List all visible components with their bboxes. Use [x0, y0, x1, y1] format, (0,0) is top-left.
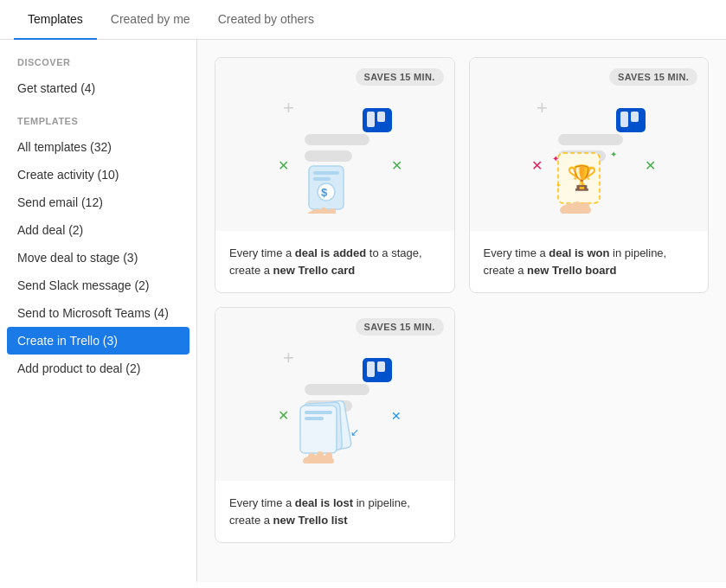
svg-text:↙: ↙ [350, 426, 359, 438]
saves-badge-3: SAVES 15 MIN. [356, 318, 444, 336]
saves-badge-1: SAVES 15 MIN. [356, 68, 444, 86]
sidebar-item-send-teams[interactable]: Send to Microsoft Teams (4) [0, 299, 196, 327]
svg-rect-28 [565, 203, 572, 214]
svg-text:✕: ✕ [391, 158, 402, 173]
tab-created-by-me[interactable]: Created by me [97, 0, 204, 40]
svg-text:+: + [536, 97, 548, 118]
deal-added-svg: + ✕ ✕ [257, 75, 413, 214]
svg-rect-48 [308, 453, 315, 463]
svg-rect-22 [631, 112, 639, 122]
card-deal-added[interactable]: SAVES 15 MIN. + ✕ ✕ [215, 57, 455, 293]
sidebar-item-send-email[interactable]: Send email (12) [0, 189, 196, 216]
sidebar-item-create-in-trello[interactable]: Create in Trello (3) [7, 327, 190, 355]
sidebar-item-get-started[interactable]: Get started (4) [0, 74, 196, 102]
svg-text:+: + [283, 97, 294, 118]
card-deal-lost-text: Every time a deal is lost in pipeline, c… [215, 481, 454, 542]
tab-templates[interactable]: Templates [14, 0, 97, 40]
svg-text:✕: ✕ [278, 158, 289, 173]
svg-rect-1 [305, 134, 369, 145]
svg-rect-10 [313, 177, 331, 181]
svg-rect-35 [305, 384, 369, 395]
svg-rect-9 [313, 171, 339, 175]
svg-rect-5 [377, 112, 385, 122]
card-deal-won[interactable]: SAVES 15 MIN. + ✕ ✕ [469, 57, 710, 293]
svg-rect-18 [558, 134, 623, 145]
sidebar-item-add-deal[interactable]: Add deal (2) [0, 216, 196, 244]
svg-rect-2 [305, 150, 352, 162]
svg-text:$: $ [321, 186, 328, 199]
cards-grid: SAVES 15 MIN. + ✕ ✕ [215, 57, 709, 543]
sidebar-item-add-product[interactable]: Add product to deal (2) [0, 355, 196, 382]
sidebar-item-all-templates[interactable]: All templates (32) [0, 133, 196, 161]
svg-rect-21 [620, 112, 628, 127]
svg-rect-50 [325, 452, 332, 463]
svg-rect-45 [305, 411, 332, 414]
svg-rect-39 [377, 361, 385, 372]
card-deal-won-illustration: SAVES 15 MIN. + ✕ ✕ [470, 58, 709, 231]
svg-text:✦: ✦ [552, 154, 559, 163]
tab-created-by-others[interactable]: Created by others [204, 0, 328, 40]
main-content: SAVES 15 MIN. + ✕ ✕ [197, 40, 726, 582]
sidebar-item-move-deal-to-stage[interactable]: Move deal to stage (3) [0, 244, 196, 272]
sidebar: DISCOVER Get started (4) TEMPLATES All t… [0, 40, 197, 582]
card-deal-added-text: Every time a deal is added to a stage, c… [215, 231, 454, 292]
sidebar-templates-label: TEMPLATES [0, 116, 196, 133]
sidebar-item-send-slack[interactable]: Send Slack message (2) [0, 272, 196, 299]
sidebar-discover-label: DISCOVER [0, 57, 196, 74]
card-deal-lost-illustration: SAVES 15 MIN. + ✕ ✕ [215, 308, 454, 481]
svg-text:✕: ✕ [531, 158, 543, 173]
svg-text:✕: ✕ [391, 409, 402, 423]
svg-rect-49 [317, 451, 324, 463]
svg-rect-4 [367, 112, 375, 127]
deal-won-svg: + ✕ ✕ 🏆 [511, 75, 666, 214]
tabs-bar: Templates Created by me Created by other… [0, 0, 726, 40]
svg-text:✕: ✕ [645, 158, 656, 173]
saves-badge-2: SAVES 15 MIN. [609, 68, 697, 86]
svg-rect-38 [367, 361, 375, 377]
svg-text:+: + [283, 347, 294, 368]
card-deal-lost[interactable]: SAVES 15 MIN. + ✕ ✕ [215, 307, 455, 543]
svg-text:✦: ✦ [556, 182, 562, 189]
card-deal-won-text: Every time a deal is won in pipeline, cr… [470, 231, 709, 292]
svg-rect-46 [305, 417, 324, 420]
svg-rect-29 [574, 201, 581, 214]
svg-text:🏆: 🏆 [567, 163, 597, 192]
svg-text:✕: ✕ [278, 408, 289, 423]
svg-text:✦: ✦ [610, 150, 617, 159]
card-deal-added-illustration: SAVES 15 MIN. + ✕ ✕ [215, 58, 454, 231]
sidebar-item-create-activity[interactable]: Create activity (10) [0, 161, 196, 189]
deal-lost-svg: + ✕ ✕ [257, 325, 413, 463]
svg-rect-30 [582, 202, 589, 214]
